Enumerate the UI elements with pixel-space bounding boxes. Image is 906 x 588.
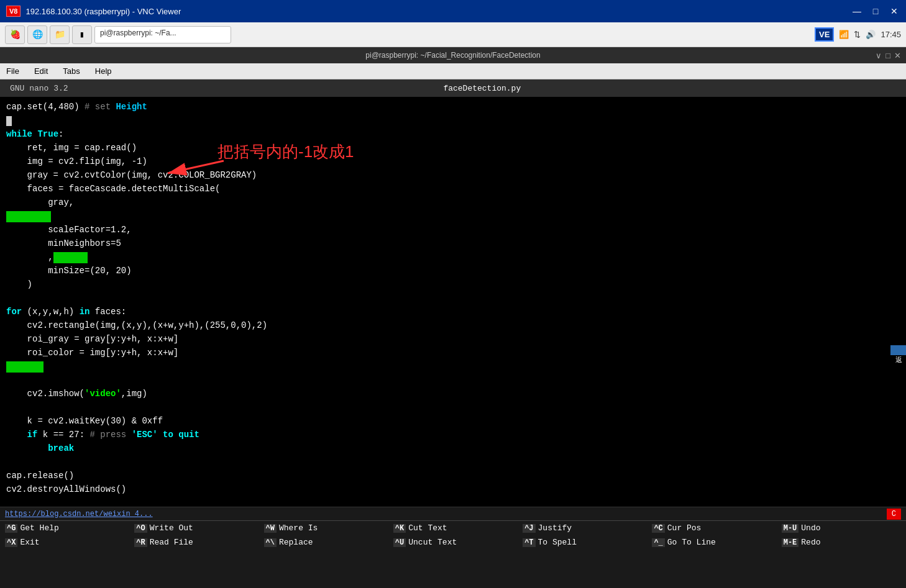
- shortcut-justify: ^J Justify: [518, 521, 647, 535]
- code-line: gray = cv2.cvtColor(img, cv2.COLOR_BGR2G…: [6, 169, 900, 183]
- vnc-toolbar-right: VE 📶 ⇅ 🔊 17:45: [815, 27, 901, 42]
- close-button[interactable]: ✕: [889, 6, 900, 17]
- shortcut-key: ^J: [523, 524, 535, 533]
- green-highlight-3: [6, 361, 43, 373]
- arrows-icon: ⇅: [854, 30, 861, 39]
- shortcut-redo: M-E Redo: [777, 535, 906, 550]
- shortcut-label: Where Is: [279, 523, 318, 533]
- shortcut-exit: ^X Exit: [0, 535, 129, 550]
- csdn-link[interactable]: https://blog.csdn.net/weixin_4...: [5, 510, 153, 518]
- code-line: [6, 114, 900, 128]
- bluetooth-icon: 📶: [839, 30, 849, 39]
- terminal-titlebar: pi@raspberrypi: ~/Facial_Recognition/Fac…: [0, 47, 906, 63]
- shortcut-uncut-text: ^U Uncut Text: [388, 535, 518, 550]
- shortcut-key: ^T: [523, 538, 535, 547]
- shortcut-key: ^G: [5, 524, 17, 533]
- menu-tabs[interactable]: Tabs: [59, 65, 83, 77]
- window-controls: — □ ✕: [851, 6, 900, 17]
- title-bar: V8 192.168.100.30 (raspberrypi) - VNC Vi…: [0, 0, 906, 22]
- shortcut-key: ^X: [5, 538, 17, 547]
- terminal-close[interactable]: ✕: [894, 51, 901, 60]
- code-line: k = cv2.waitKey(30) & 0xff: [6, 415, 900, 428]
- shortcut-key: ^\: [264, 538, 277, 547]
- vnc-toolbar: 🍓 🌐 📁 ▮ pi@raspberrypi: ~/Fa... VE 📶 ⇅ 🔊…: [0, 22, 906, 47]
- terminal-title: pi@raspberrypi: ~/Facial_Recognition/Fac…: [365, 51, 540, 60]
- shortcut-key: ^U: [393, 538, 406, 547]
- code-line: [6, 456, 900, 469]
- code-line: [6, 401, 900, 415]
- menu-help[interactable]: Help: [91, 65, 116, 77]
- shortcut-label: Replace: [279, 538, 313, 547]
- code-line: gray,: [6, 196, 900, 210]
- nano-filename: faceDetection.py: [443, 84, 521, 93]
- terminal-icon[interactable]: ▮: [72, 25, 92, 44]
- terminal-controls: ∨ □ ✕: [876, 51, 901, 60]
- shortcut-label: Write Out: [150, 523, 193, 533]
- window-title: 192.168.100.30 (raspberrypi) - VNC Viewe…: [25, 7, 851, 16]
- shortcut-read-file: ^R Read File: [129, 535, 259, 550]
- shortcut-write-out: ^O Write Out: [129, 521, 259, 535]
- menu-file[interactable]: File: [2, 65, 23, 77]
- shortcut-get-help: ^G Get Help: [0, 521, 129, 535]
- vnc-logo: VE: [815, 27, 834, 42]
- menu-bar: File Edit Tabs Help: [0, 63, 906, 79]
- terminal-arrow-down[interactable]: ∨: [876, 51, 882, 60]
- shortcut-row-2: ^X Exit ^R Read File ^\ Replace ^U Uncut…: [0, 535, 906, 550]
- code-line: faces = faceCascade.detectMultiScale(: [6, 183, 900, 196]
- code-line: cv2.rectangle(img,(x,y),(x+w,y+h),(255,0…: [6, 319, 900, 333]
- code-line: ): [6, 278, 900, 292]
- shortcut-label: Exit: [20, 538, 39, 547]
- code-line: break: [6, 442, 900, 456]
- code-line: if k == 27: # press 'ESC' to quit: [6, 428, 900, 442]
- shortcut-key: ^C: [652, 524, 664, 533]
- shortcut-row-1: ^G Get Help ^O Write Out ^W Where Is ^K …: [0, 521, 906, 535]
- code-line: for (x,y,w,h) in faces:: [6, 305, 900, 319]
- shortcut-key: M-U: [782, 524, 799, 533]
- shortcut-key: ^O: [134, 524, 147, 533]
- code-line-green1: [6, 210, 900, 224]
- shortcut-replace: ^\ Replace: [259, 535, 388, 550]
- shortcut-label: Uncut Text: [408, 538, 457, 547]
- right-edge-tab[interactable]: 返: [890, 345, 906, 355]
- nano-header: GNU nano 3.2 faceDetection.py: [0, 79, 906, 97]
- shortcut-undo: M-U Undo: [777, 521, 906, 535]
- volume-icon: 🔊: [866, 30, 876, 39]
- shortcut-label: To Spell: [538, 538, 577, 547]
- clock: 17:45: [881, 30, 901, 39]
- shortcut-label: Read File: [150, 538, 193, 547]
- raspberry-icon[interactable]: 🍓: [5, 25, 25, 44]
- code-line: scaleFactor=1.2,: [6, 224, 900, 237]
- code-line: roi_gray = gray[y:y+h, x:x+w]: [6, 333, 900, 346]
- shortcut-cut-text: ^K Cut Text: [388, 521, 518, 535]
- code-line-green2: ,: [6, 251, 900, 265]
- status-bar-bottom: https://blog.csdn.net/weixin_4... C: [0, 507, 906, 520]
- maximize-button[interactable]: □: [870, 6, 881, 17]
- address-bar[interactable]: pi@raspberrypi: ~/Fa...: [94, 26, 231, 43]
- code-line: [6, 292, 900, 305]
- code-line: while True:: [6, 128, 900, 142]
- shortcut-label: Redo: [801, 538, 820, 547]
- shortcut-cur-pos: ^C Cur Pos: [647, 521, 776, 535]
- code-line: ret, img = cap.read(): [6, 142, 900, 155]
- app-logo: V8: [6, 6, 21, 17]
- shortcut-go-to-line: ^_ Go To Line: [647, 535, 776, 550]
- menu-edit[interactable]: Edit: [30, 65, 52, 77]
- minimize-button[interactable]: —: [851, 6, 863, 17]
- shortcut-key: M-E: [782, 538, 799, 547]
- code-area[interactable]: cap.set(4,480) # set Height while True: …: [0, 97, 906, 507]
- code-line: img = cv2.flip(img, -1): [6, 155, 900, 169]
- terminal-maximize[interactable]: □: [885, 51, 890, 60]
- terminal-window: pi@raspberrypi: ~/Facial_Recognition/Fac…: [0, 47, 906, 550]
- code-line-green3: [6, 360, 900, 374]
- globe-icon[interactable]: 🌐: [27, 25, 47, 44]
- code-line: minNeighbors=5: [6, 237, 900, 251]
- csdn-logo: C: [887, 509, 901, 520]
- green-highlight-1: [6, 211, 51, 222]
- nano-shortcuts: ^G Get Help ^O Write Out ^W Where Is ^K …: [0, 520, 906, 550]
- shortcut-label: Justify: [538, 523, 572, 533]
- folder-icon[interactable]: 📁: [50, 25, 70, 44]
- shortcut-label: Cur Pos: [667, 523, 702, 533]
- shortcut-label: Go To Line: [667, 538, 716, 547]
- shortcut-label: Cut Text: [408, 523, 447, 533]
- nano-version: GNU nano 3.2: [10, 84, 68, 93]
